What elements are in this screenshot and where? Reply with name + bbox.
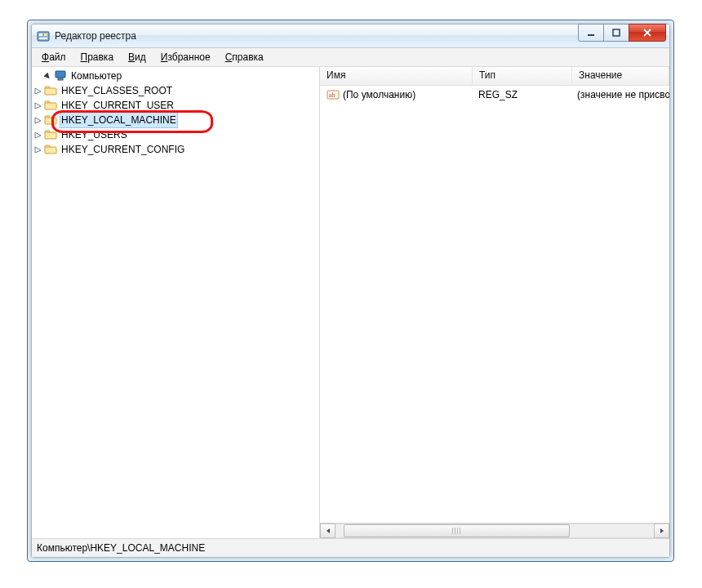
scroll-thumb[interactable] xyxy=(344,524,570,537)
svg-rect-17 xyxy=(45,147,56,154)
tree-node-hkcc[interactable]: HKEY_CURRENT_CONFIG xyxy=(33,142,319,157)
maximize-button[interactable] xyxy=(603,24,629,42)
svg-rect-9 xyxy=(45,88,56,95)
svg-rect-4 xyxy=(588,34,594,36)
menu-view[interactable]: Вид xyxy=(122,50,153,65)
tree-node-label: HKEY_USERS xyxy=(60,127,129,142)
tree-node-label: HKEY_LOCAL_MACHINE xyxy=(60,112,178,128)
tree-node-label: HKEY_CURRENT_CONFIG xyxy=(60,142,186,157)
scroll-right-button[interactable] xyxy=(654,523,669,538)
values-pane: Имя Тип Значение ab (По умолчанию) REG_S… xyxy=(320,67,669,538)
values-list[interactable]: ab (По умолчанию) REG_SZ (значение не пр… xyxy=(320,86,669,523)
svg-rect-2 xyxy=(44,33,47,36)
folder-icon xyxy=(44,84,57,97)
expand-icon[interactable] xyxy=(33,116,42,125)
tree-node-hklm[interactable]: HKEY_LOCAL_MACHINE xyxy=(33,113,319,127)
svg-rect-0 xyxy=(38,32,49,41)
svg-rect-3 xyxy=(39,38,47,39)
computer-icon xyxy=(54,69,67,82)
value-data: (значение не присво xyxy=(571,89,669,100)
expand-icon[interactable] xyxy=(33,145,42,154)
menubar: Файл Правка Вид Избранное Справка xyxy=(32,48,669,67)
tree-node-label: Компьютер xyxy=(69,69,123,83)
tree-root-computer[interactable]: Компьютер xyxy=(33,69,319,83)
svg-rect-11 xyxy=(45,103,56,109)
collapse-icon[interactable] xyxy=(43,72,52,81)
statusbar-path: Компьютер\HKEY_LOCAL_MACHINE xyxy=(37,542,205,554)
menu-file[interactable]: Файл xyxy=(35,50,73,65)
tree-node-hku[interactable]: HKEY_USERS xyxy=(33,127,319,142)
svg-rect-15 xyxy=(45,132,56,139)
value-name: (По умолчанию) xyxy=(343,89,415,100)
close-button[interactable] xyxy=(629,24,666,42)
expand-icon[interactable] xyxy=(33,101,42,110)
expand-icon[interactable] xyxy=(33,131,42,140)
svg-text:ab: ab xyxy=(329,91,335,99)
regedit-window: Редактор реестра Файл Правка Вид Избранн… xyxy=(31,24,670,558)
tree-node-label: HKEY_CURRENT_USER xyxy=(60,98,176,113)
list-item[interactable]: ab (По умолчанию) REG_SZ (значение не пр… xyxy=(320,86,669,102)
h-scrollbar[interactable] xyxy=(320,523,669,538)
expand-icon[interactable] xyxy=(33,87,42,96)
content-area: Компьютер HKEY_CLASSES_ROOT xyxy=(32,67,669,538)
folder-icon xyxy=(44,128,57,141)
value-type: REG_SZ xyxy=(472,89,571,100)
folder-icon xyxy=(44,99,57,112)
scroll-left-button[interactable] xyxy=(320,523,335,538)
col-header-name[interactable]: Имя xyxy=(320,67,473,85)
svg-rect-13 xyxy=(45,118,56,124)
svg-rect-7 xyxy=(58,78,63,80)
menu-help[interactable]: Справка xyxy=(219,50,270,65)
col-header-type[interactable]: Тип xyxy=(473,67,572,85)
tree-node-hkcr[interactable]: HKEY_CLASSES_ROOT xyxy=(33,83,319,98)
window-controls xyxy=(579,24,666,42)
menu-edit[interactable]: Правка xyxy=(74,50,121,65)
registry-tree: Компьютер HKEY_CLASSES_ROOT xyxy=(33,69,319,157)
window-title: Редактор реестра xyxy=(55,30,136,42)
svg-rect-5 xyxy=(613,29,620,36)
string-value-icon: ab xyxy=(327,88,340,101)
titlebar[interactable]: Редактор реестра xyxy=(32,24,669,48)
svg-rect-1 xyxy=(39,33,42,36)
col-header-value[interactable]: Значение xyxy=(572,67,669,85)
folder-icon xyxy=(44,143,57,156)
scroll-track[interactable] xyxy=(335,523,654,538)
folder-icon xyxy=(44,114,57,127)
column-headers: Имя Тип Значение xyxy=(320,67,669,86)
statusbar: Компьютер\HKEY_LOCAL_MACHINE xyxy=(32,538,669,557)
tree-node-hkcu[interactable]: HKEY_CURRENT_USER xyxy=(33,98,319,113)
svg-rect-6 xyxy=(56,71,65,78)
minimize-button[interactable] xyxy=(578,24,604,42)
tree-pane[interactable]: Компьютер HKEY_CLASSES_ROOT xyxy=(32,67,320,538)
menu-favorites[interactable]: Избранное xyxy=(154,50,217,65)
tree-node-label: HKEY_CLASSES_ROOT xyxy=(60,83,174,98)
regedit-icon xyxy=(37,29,50,42)
